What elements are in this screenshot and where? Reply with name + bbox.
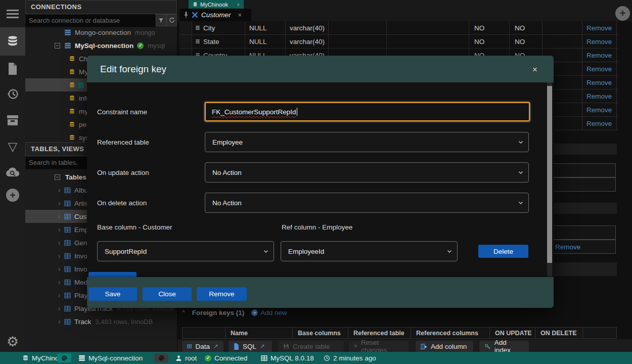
save-icon bbox=[283, 343, 289, 349]
add-column-icon bbox=[421, 343, 427, 350]
connected-check-icon: ✓ bbox=[137, 42, 144, 49]
table-icon bbox=[187, 343, 192, 349]
collapse-caret-icon[interactable]: ^ bbox=[182, 309, 185, 316]
connection-item-mongo[interactable]: Mongo-connection mongo bbox=[25, 26, 177, 39]
remove-column-link[interactable]: Remove bbox=[586, 38, 612, 46]
modal-header: Edit foreign key × bbox=[87, 56, 554, 82]
archive-icon[interactable] bbox=[0, 110, 25, 130]
history-icon[interactable] bbox=[0, 84, 25, 104]
modal-scrollbar[interactable] bbox=[547, 82, 552, 277]
add-index-button[interactable]: Add index bbox=[479, 341, 529, 352]
ref-column-select[interactable]: EmployeeId bbox=[281, 241, 458, 261]
fk-header-on-update: ON UPDATE bbox=[490, 328, 535, 339]
file-icon[interactable] bbox=[0, 59, 25, 79]
column-handle-icon bbox=[195, 25, 200, 30]
connection-item-mysql[interactable]: − MySql-connection ✓ mysql bbox=[25, 39, 177, 52]
database-color-swatch bbox=[78, 82, 84, 88]
chevron-down-icon bbox=[518, 169, 524, 175]
database-tab-mychinook[interactable]: MyChinook × bbox=[189, 0, 244, 9]
create-table-button: Create table bbox=[278, 341, 344, 352]
remove-column-link[interactable]: Remove bbox=[586, 93, 612, 100]
settings-gear-icon[interactable]: ⚙ bbox=[0, 332, 25, 352]
reset-changes-button: × Reset changes bbox=[349, 341, 409, 352]
save-button[interactable]: Save bbox=[88, 287, 137, 301]
database-color-button[interactable] bbox=[57, 353, 71, 362]
remove-column-link[interactable]: Remove bbox=[586, 120, 612, 127]
table-structure-icon bbox=[192, 12, 198, 18]
scrollbar-thumb[interactable] bbox=[547, 86, 552, 263]
remove-column-link[interactable]: Remove bbox=[586, 52, 612, 59]
filter-triangle-icon[interactable]: ▽ bbox=[0, 136, 25, 157]
cloud-search-icon[interactable] bbox=[0, 162, 25, 182]
left-icon-rail: ▽ + ⚙ bbox=[0, 0, 25, 364]
status-connected: ✓ Connected bbox=[205, 354, 247, 362]
database-tab-strip bbox=[177, 0, 632, 9]
user-icon bbox=[175, 355, 182, 361]
chevron-down-icon bbox=[446, 248, 453, 254]
clock-icon bbox=[324, 355, 330, 361]
data-button[interactable]: Data↗ bbox=[182, 341, 223, 352]
column-row-state: State NULL varchar(40) NO NO Remove bbox=[179, 35, 618, 49]
tab-customer[interactable]: Customer × bbox=[179, 9, 251, 21]
pin-icon[interactable] bbox=[184, 12, 189, 18]
chevron-down-icon bbox=[518, 200, 524, 206]
edit-foreign-key-modal: Edit foreign key × Constraint name FK_Cu… bbox=[87, 56, 554, 308]
remove-column-link[interactable]: Remove bbox=[586, 106, 612, 114]
on-update-label: On update action bbox=[97, 169, 149, 176]
status-server-version: MySQL 8.0.18 bbox=[261, 354, 314, 362]
close-icon[interactable]: × bbox=[532, 65, 537, 75]
sql-button[interactable]: SQL↗ bbox=[229, 341, 272, 352]
plus-circle-icon: + bbox=[251, 309, 258, 316]
delete-column-pair-button[interactable]: Delete bbox=[478, 245, 528, 258]
status-connection[interactable]: MySql-connection bbox=[78, 354, 143, 362]
on-delete-select[interactable]: No Action bbox=[205, 193, 529, 213]
rail-item-database-active[interactable] bbox=[0, 27, 25, 56]
on-update-select[interactable]: No Action bbox=[205, 162, 529, 183]
palette-icon bbox=[61, 355, 68, 361]
refresh-icon[interactable] bbox=[166, 14, 177, 26]
remove-column-link[interactable]: Remove bbox=[586, 65, 612, 73]
foreign-keys-section-header: ^ Foreign keys (1) + Add new bbox=[182, 308, 287, 317]
referenced-table-label: Referenced table bbox=[97, 139, 149, 146]
connections-header: CONNECTIONS bbox=[25, 0, 177, 14]
x-icon: × bbox=[354, 343, 357, 350]
on-delete-label: On delete action bbox=[97, 199, 147, 207]
base-column-select[interactable]: SupportRepId bbox=[97, 241, 274, 261]
close-icon[interactable]: × bbox=[237, 2, 240, 8]
connected-check-icon: ✓ bbox=[205, 355, 211, 361]
close-button[interactable]: Close bbox=[143, 287, 192, 301]
modal-footer: Save Close Remove bbox=[87, 277, 554, 308]
bottom-toolbar: Data↗ SQL↗ Create table × Reset changes … bbox=[177, 339, 632, 352]
close-icon[interactable]: × bbox=[238, 11, 242, 19]
column-row-city: City NULL varchar(40) NO NO Remove bbox=[179, 21, 618, 35]
collapse-expander-icon[interactable]: − bbox=[55, 43, 60, 49]
filter-icon[interactable] bbox=[156, 14, 166, 26]
remove-button[interactable]: Remove bbox=[197, 287, 247, 301]
constraint-name-input[interactable]: FK_CustomerSupportRepId bbox=[205, 102, 530, 121]
menu-icon[interactable] bbox=[0, 4, 25, 24]
key-icon bbox=[484, 343, 491, 350]
table-item-track[interactable]: › Track3,483 rows, InnoDB bbox=[25, 315, 177, 328]
column-handle-icon bbox=[195, 39, 200, 44]
modal-title: Edit foreign key bbox=[100, 64, 166, 75]
text-caret bbox=[297, 108, 297, 116]
connection-color-button[interactable] bbox=[154, 353, 168, 362]
status-bar: MyChinook MySql-connection root ✓ Connec… bbox=[0, 352, 632, 364]
collapse-expander-icon[interactable]: − bbox=[55, 174, 60, 180]
fk-header-base-columns: Base columns bbox=[293, 328, 348, 339]
remove-column-link[interactable]: Remove bbox=[586, 79, 612, 86]
external-link-icon: ↗ bbox=[213, 343, 218, 350]
add-circle-icon[interactable]: + bbox=[0, 185, 25, 205]
fk-header-on-delete: ON DELETE bbox=[535, 328, 583, 339]
chevron-down-icon bbox=[518, 139, 524, 145]
referenced-table-select[interactable]: Employee bbox=[205, 132, 529, 152]
server-icon bbox=[78, 354, 85, 361]
remove-link[interactable]: Remove bbox=[555, 243, 580, 251]
database-icon bbox=[22, 355, 29, 361]
add-tab-button[interactable]: + bbox=[615, 6, 630, 21]
constraint-name-label: Constraint name bbox=[97, 108, 147, 116]
fk-header-referenced-table: Referenced table bbox=[348, 328, 411, 339]
remove-column-link[interactable]: Remove bbox=[586, 24, 612, 32]
add-column-button[interactable]: Add column bbox=[416, 341, 473, 352]
add-new-foreign-key-link[interactable]: + Add new bbox=[251, 309, 287, 316]
